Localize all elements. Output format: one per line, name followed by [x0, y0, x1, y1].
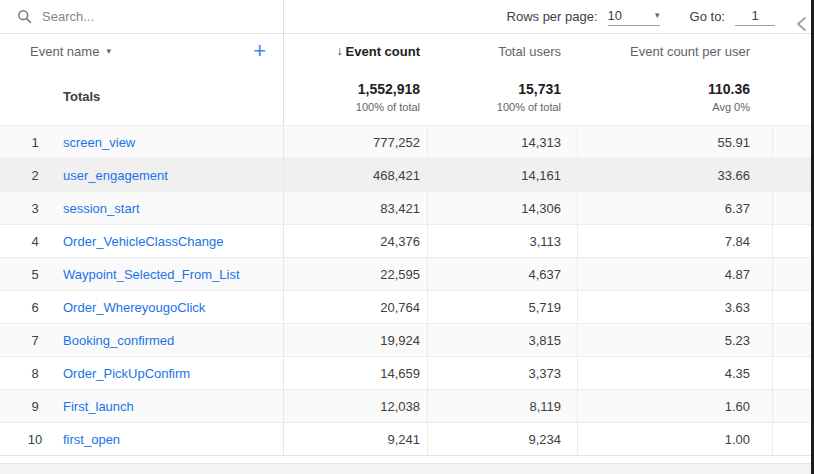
row-number: 3 [22, 201, 48, 216]
gutter [772, 357, 814, 389]
totals-total-users: 15,731 [518, 81, 561, 97]
event-name-link[interactable]: Order_PickUpConfirm [63, 366, 190, 381]
table-row: 8 Order_PickUpConfirm 14,659 3,373 4.35 [0, 356, 814, 389]
pagination-controls: Rows per page: 10 ▾ Go to: [507, 0, 775, 33]
table-footer-gap [0, 456, 814, 463]
event-count-cell: 468,421 [284, 159, 427, 191]
column-header-label: Event count [346, 44, 420, 59]
row-number: 8 [22, 366, 48, 381]
event-count-cell: 14,659 [284, 357, 427, 389]
per-user-cell: 1.60 [577, 390, 772, 422]
row-number: 7 [22, 333, 48, 348]
per-user-cell: 3.63 [577, 291, 772, 323]
total-users-cell: 14,306 [427, 192, 577, 224]
column-header-label: Event count per user [630, 44, 750, 59]
totals-label: Totals [0, 68, 284, 125]
table-header: Event name ▾ + ↓ Event count Total users… [0, 34, 814, 68]
per-user-cell: 5.23 [577, 324, 772, 356]
table-row: 3 session_start 83,421 14,306 6.37 [0, 191, 814, 224]
table-row: 7 Booking_confirmed 19,924 3,815 5.23 [0, 323, 814, 356]
rows-per-page-select[interactable]: 10 ▾ [608, 8, 660, 26]
gutter [772, 225, 814, 257]
column-header-event-count-per-user[interactable]: Event count per user [577, 34, 772, 68]
per-user-cell: 6.37 [577, 192, 772, 224]
per-user-cell: 7.84 [577, 225, 772, 257]
event-count-cell: 22,595 [284, 258, 427, 290]
event-name-link[interactable]: session_start [63, 201, 140, 216]
search-box[interactable] [0, 0, 284, 33]
totals-row: Totals 1,552,918 100% of total 15,731 10… [0, 68, 814, 125]
per-user-cell: 33.66 [577, 159, 772, 191]
table-row: 6 Order_WhereyougoClick 20,764 5,719 3.6… [0, 290, 814, 323]
per-user-cell: 4.35 [577, 357, 772, 389]
event-name-link[interactable]: Order_VehicleClassChange [63, 234, 223, 249]
gutter [772, 126, 814, 158]
total-users-cell: 3,373 [427, 357, 577, 389]
gutter [772, 324, 814, 356]
toolbar: Rows per page: 10 ▾ Go to: [0, 0, 814, 34]
dimension-header-label: Event name [30, 44, 99, 59]
gutter [772, 68, 814, 125]
total-users-cell: 4,637 [427, 258, 577, 290]
event-name-link[interactable]: first_open [63, 432, 120, 447]
total-users-cell: 3,815 [427, 324, 577, 356]
event-name-link[interactable]: Waypoint_Selected_From_List [63, 267, 240, 282]
column-header-label: Total users [498, 44, 561, 59]
gutter [772, 390, 814, 422]
event-name-link[interactable]: user_engagement [63, 168, 168, 183]
totals-event-count: 1,552,918 [358, 81, 420, 97]
table-row: 9 First_launch 12,038 8,119 1.60 [0, 389, 814, 422]
event-count-cell: 24,376 [284, 225, 427, 257]
rows-per-page-value: 10 [608, 8, 622, 23]
event-count-cell: 777,252 [284, 126, 427, 158]
analytics-events-table: Rows per page: 10 ▾ Go to: Event name ▾ … [0, 0, 814, 474]
add-dimension-button[interactable]: + [253, 40, 266, 62]
event-count-cell: 83,421 [284, 192, 427, 224]
dimension-header-dropdown[interactable]: Event name ▾ [30, 44, 111, 59]
totals-per-user-subtext: Avg 0% [712, 101, 750, 113]
column-header-event-count[interactable]: ↓ Event count [284, 34, 427, 68]
caret-down-icon: ▾ [106, 47, 111, 56]
column-header-total-users[interactable]: Total users [427, 34, 577, 68]
gutter [772, 258, 814, 290]
gutter [772, 159, 814, 191]
rows-per-page-label: Rows per page: [507, 9, 598, 24]
chevron-down-icon: ▾ [655, 11, 660, 20]
table-row: 1 screen_view 777,252 14,313 55.91 [0, 125, 814, 158]
per-user-cell: 55.91 [577, 126, 772, 158]
row-number: 9 [22, 399, 48, 414]
total-users-cell: 5,719 [427, 291, 577, 323]
sort-descending-icon: ↓ [337, 44, 343, 58]
totals-event-count-subtext: 100% of total [356, 101, 420, 113]
total-users-cell: 8,119 [427, 390, 577, 422]
event-name-link[interactable]: Booking_confirmed [63, 333, 174, 348]
table-row: 2 user_engagement 468,421 14,161 33.66 [0, 158, 814, 191]
gutter [772, 34, 814, 68]
go-to-label: Go to: [690, 9, 725, 24]
search-icon [17, 9, 32, 24]
gutter [772, 423, 814, 455]
event-name-link[interactable]: Order_WhereyougoClick [63, 300, 205, 315]
table-body: 1 screen_view 777,252 14,313 55.91 2 use… [0, 125, 814, 456]
go-to-input[interactable] [735, 8, 775, 26]
total-users-cell: 3,113 [427, 225, 577, 257]
row-number: 5 [22, 267, 48, 282]
event-name-link[interactable]: First_launch [63, 399, 134, 414]
event-name-link[interactable]: screen_view [63, 135, 135, 150]
collapse-panel-chevron-icon[interactable] [796, 16, 807, 32]
table-row: 10 first_open 9,241 9,234 1.00 [0, 422, 814, 455]
per-user-cell: 1.00 [577, 423, 772, 455]
table-row: 5 Waypoint_Selected_From_List 22,595 4,6… [0, 257, 814, 290]
gutter [772, 192, 814, 224]
totals-total-users-subtext: 100% of total [497, 101, 561, 113]
table-row: 4 Order_VehicleClassChange 24,376 3,113 … [0, 224, 814, 257]
search-input[interactable] [42, 9, 242, 24]
per-user-cell: 4.87 [577, 258, 772, 290]
totals-per-user: 110.36 [708, 81, 750, 97]
event-count-cell: 12,038 [284, 390, 427, 422]
row-number: 1 [22, 135, 48, 150]
row-number: 2 [22, 168, 48, 183]
gutter [772, 291, 814, 323]
event-count-cell: 20,764 [284, 291, 427, 323]
row-number: 4 [22, 234, 48, 249]
